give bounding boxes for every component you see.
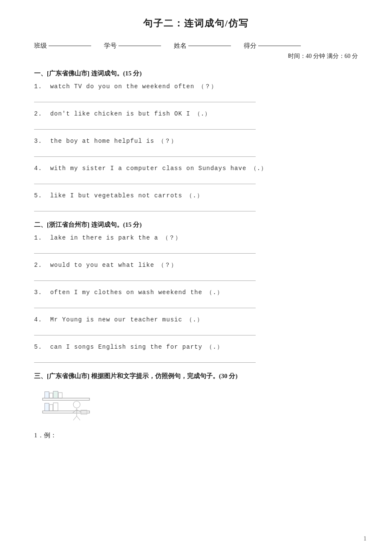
section3: 三、[广东省佛山市] 根据图片和文字提示，仿照例句，完成句子。(30 分) [34, 372, 358, 439]
section3-image [38, 385, 94, 428]
score-field: 得分 [244, 42, 301, 50]
question-2-3: 3. often I my clothes on wash weekend th… [34, 289, 358, 308]
class-field: 班级 [34, 42, 91, 50]
page-title: 句子二：连词成句/仿写 [34, 17, 358, 30]
name-underline [188, 46, 231, 46]
answer-line-1-5 [34, 203, 256, 211]
student-id-field: 学号 [104, 42, 161, 50]
question-2-3-text: 3. often I my clothes on wash weekend th… [34, 289, 358, 296]
svg-rect-3 [49, 393, 53, 398]
question-2-1: 1. lake in there is park the a （？） [34, 234, 358, 254]
name-field: 姓名 [174, 42, 231, 50]
class-underline [49, 46, 91, 46]
section1: 一、[广东省佛山市] 连词成句。(15 分) 1. watch TV do yo… [34, 69, 358, 211]
answer-line-1-1 [34, 94, 256, 102]
score-underline [258, 46, 301, 46]
question-1-1-text: 1. watch TV do you on the weekend often … [34, 83, 358, 90]
question-1-2-text: 2. don't like chicken is but fish OK I （… [34, 110, 358, 118]
page-number: 1 [363, 535, 366, 542]
section1-title: 一、[广东省佛山市] 连词成句。(15 分) [34, 69, 358, 78]
question-1-3-text: 3. the boy at home helpful is （？） [34, 137, 358, 145]
question-1-1: 1. watch TV do you on the weekend often … [34, 83, 358, 102]
header-row: 班级 学号 姓名 得分 [34, 42, 358, 50]
example-label: 1．例： [34, 431, 358, 439]
question-1-4: 4. with my sister I a computer class on … [34, 165, 358, 184]
svg-rect-17 [53, 391, 58, 398]
svg-rect-16 [45, 392, 49, 398]
svg-line-14 [77, 416, 80, 420]
class-label: 班级 [34, 42, 47, 50]
svg-rect-5 [58, 393, 62, 398]
question-2-5: 5. can I songs English sing the for part… [34, 343, 358, 363]
question-1-4-text: 4. with my sister I a computer class on … [34, 165, 358, 172]
section3-title: 三、[广东省佛山市] 根据图片和文字提示，仿照例句，完成句子。(30 分) [34, 372, 358, 380]
student-id-underline [118, 46, 161, 46]
svg-rect-0 [43, 411, 89, 413]
name-label: 姓名 [174, 42, 187, 50]
svg-point-9 [73, 401, 80, 408]
answer-line-1-2 [34, 121, 256, 130]
svg-rect-7 [49, 405, 53, 411]
answer-line-2-2 [34, 272, 256, 281]
question-2-4-text: 4. Mr Young is new our teacher music （.） [34, 316, 358, 324]
section2-title: 二、[浙江省台州市] 连词成句。(15 分) [34, 221, 358, 229]
svg-line-11 [72, 410, 77, 413]
answer-line-2-3 [34, 300, 256, 308]
question-2-2: 2. would to you eat what like （？） [34, 261, 358, 281]
svg-rect-1 [43, 398, 89, 400]
answer-line-1-4 [34, 176, 256, 184]
score-label: 得分 [244, 42, 257, 50]
answer-line-2-4 [34, 327, 256, 335]
question-1-5: 5. like I but vegetables not carrots （.） [34, 192, 358, 211]
student-id-label: 学号 [104, 42, 117, 50]
section2: 二、[浙江省台州市] 连词成句。(15 分) 1. lake in there … [34, 221, 358, 363]
question-2-1-text: 1. lake in there is park the a （？） [34, 234, 358, 242]
question-1-3: 3. the boy at home helpful is （？） [34, 137, 358, 157]
question-1-2: 2. don't like chicken is but fish OK I （… [34, 110, 358, 130]
question-2-5-text: 5. can I songs English sing the for part… [34, 343, 358, 351]
answer-line-2-5 [34, 354, 256, 363]
question-1-5-text: 5. like I but vegetables not carrots （.） [34, 192, 358, 199]
svg-rect-8 [53, 403, 58, 411]
svg-line-13 [73, 416, 77, 420]
answer-line-1-3 [34, 148, 256, 157]
svg-rect-18 [45, 403, 49, 411]
answer-line-2-1 [34, 245, 256, 254]
question-2-4: 4. Mr Young is new our teacher music （.） [34, 316, 358, 335]
section3-svg [38, 385, 94, 428]
question-2-2-text: 2. would to you eat what like （？） [34, 261, 358, 269]
time-info: 时间：40 分钟 满分：60 分 [34, 52, 358, 60]
